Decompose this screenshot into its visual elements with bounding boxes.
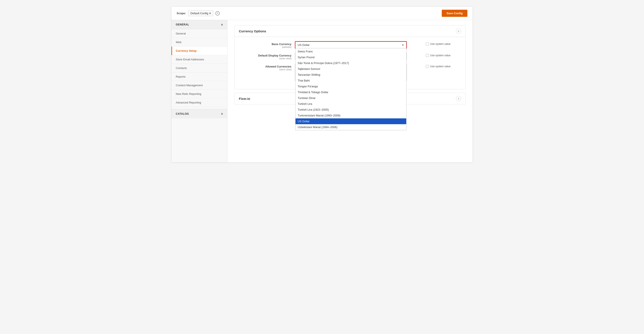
scope-label: Scope: xyxy=(176,12,186,15)
dropdown-list-item[interactable]: Turkish Lira xyxy=(296,101,406,107)
sidebar-general-label: GENERAL xyxy=(176,23,189,26)
base-currency-system-checkbox[interactable] xyxy=(426,43,429,46)
sidebar-item-advanced-reporting[interactable]: Advanced Reporting xyxy=(172,98,227,107)
base-currency-arrow: ▼ xyxy=(402,44,404,46)
base-currency-row: Base Currency [website] US Dollar ▼ xyxy=(240,41,460,49)
sidebar-item-content-management[interactable]: Content Management xyxy=(172,81,227,90)
dropdown-list-item[interactable]: Turkmenistani Manat (1993–2009) xyxy=(296,113,406,118)
allowed-currencies-system-label: Use system value xyxy=(430,65,450,68)
base-currency-dropdown[interactable]: South Korean WonSri Lankan RupeeSt. Hele… xyxy=(295,48,406,130)
top-bar: Scope: Default Config ▾ ? Save Config xyxy=(172,7,472,20)
default-display-currency-label: Default Display Currency xyxy=(258,54,292,57)
dropdown-list-item[interactable]: Tajikistani Somoni xyxy=(296,66,406,72)
sidebar-item-new-relic-reporting[interactable]: New Relic Reporting xyxy=(172,90,227,98)
currency-options-header[interactable]: Currency Options ∧ xyxy=(234,26,466,37)
allowed-currencies-label: Allowed Currencies xyxy=(265,65,292,68)
dropdown-list-item[interactable]: Tongan Pa'anga xyxy=(296,84,406,89)
scope-area: Scope: Default Config ▾ ? xyxy=(176,10,220,16)
fixer-collapse-btn[interactable]: ∧ xyxy=(456,96,461,101)
save-config-button[interactable]: Save Config xyxy=(442,10,468,17)
base-currency-system-label: Use system value xyxy=(430,43,450,46)
sidebar: GENERAL ∧ General Web Currency Setup Sto… xyxy=(172,20,228,162)
currency-options-title: Currency Options xyxy=(239,29,266,33)
sidebar-item-store-email-addresses[interactable]: Store Email Addresses xyxy=(172,55,227,64)
sidebar-catalog-chevron: ∨ xyxy=(221,112,223,115)
allowed-currencies-sublabel: [store view] xyxy=(240,68,292,71)
currency-options-chevron: ∧ xyxy=(458,30,460,33)
sidebar-catalog-label: CATALOG xyxy=(176,112,189,115)
sidebar-item-contacts[interactable]: Contacts xyxy=(172,64,227,73)
currency-options-body: Base Currency [website] US Dollar ▼ xyxy=(234,37,466,89)
base-currency-field-col: US Dollar ▼ South Korean WonSri Lankan R… xyxy=(295,41,422,49)
fixer-title: Fixer.io xyxy=(239,97,250,101)
base-currency-system-col: Use system value xyxy=(426,41,460,46)
default-display-currency-system-label: Use system value xyxy=(430,54,450,57)
default-display-currency-system-col: Use system value xyxy=(426,53,460,57)
dropdown-list-item[interactable]: Uzbekistani Manat (1994–2006) xyxy=(296,124,406,130)
dropdown-list-item[interactable]: Syrian Pound xyxy=(296,54,406,60)
fixer-chevron: ∧ xyxy=(458,97,460,100)
base-currency-label: Base Currency xyxy=(272,43,292,46)
base-currency-label-col: Base Currency [website] xyxy=(240,41,292,48)
dropdown-list-item[interactable]: Tanzanian Shilling xyxy=(296,72,406,78)
sidebar-general-chevron: ∧ xyxy=(221,23,223,26)
allowed-currencies-label-col: Allowed Currencies [store view] xyxy=(240,64,292,71)
base-currency-sublabel: [website] xyxy=(240,46,292,48)
sidebar-item-currency-setup[interactable]: Currency Setup xyxy=(172,47,227,55)
scope-dropdown-arrow: ▾ xyxy=(209,12,211,15)
default-display-currency-sublabel: [store view] xyxy=(240,57,292,60)
default-display-currency-system-checkbox[interactable] xyxy=(426,54,429,57)
dropdown-list-item[interactable]: São Tomé & Príncipe Dobra (1977–2017) xyxy=(296,60,406,66)
dropdown-list-item[interactable]: US Dollar xyxy=(296,118,406,124)
default-display-currency-label-col: Default Display Currency [store view] xyxy=(240,53,292,60)
scope-value: Default Config xyxy=(190,12,208,15)
help-icon[interactable]: ? xyxy=(216,11,220,16)
sidebar-section-general[interactable]: GENERAL ∧ xyxy=(172,20,227,29)
dropdown-list-item[interactable]: Thai Baht xyxy=(296,78,406,84)
allowed-currencies-system-checkbox[interactable] xyxy=(426,65,429,68)
sidebar-item-reports[interactable]: Reports xyxy=(172,73,227,81)
base-currency-select-wrapper: US Dollar ▼ South Korean WonSri Lankan R… xyxy=(295,41,407,49)
dropdown-list-item[interactable]: Tunisian Dinar xyxy=(296,95,406,101)
base-currency-trigger[interactable]: US Dollar ▼ xyxy=(295,42,406,48)
sidebar-item-general[interactable]: General xyxy=(172,29,227,38)
scope-select[interactable]: Default Config ▾ xyxy=(188,10,213,16)
sidebar-item-web[interactable]: Web xyxy=(172,38,227,47)
sidebar-section-catalog[interactable]: CATALOG ∨ xyxy=(172,109,227,118)
main-layout: GENERAL ∧ General Web Currency Setup Sto… xyxy=(172,20,472,162)
dropdown-list-item[interactable]: Swiss Franc xyxy=(296,49,406,54)
content-area: Currency Options ∧ Base Currency [websit… xyxy=(228,20,472,162)
dropdown-list-item[interactable]: Turkish Lira (1922–2005) xyxy=(296,107,406,113)
currency-options-section: Currency Options ∧ Base Currency [websit… xyxy=(234,25,466,89)
dropdown-list-item[interactable]: Trinidad & Tobago Dollar xyxy=(296,89,406,95)
base-currency-value: US Dollar xyxy=(298,43,310,47)
currency-options-collapse-btn[interactable]: ∧ xyxy=(456,29,461,34)
allowed-currencies-system-col: Use system value xyxy=(426,64,460,68)
